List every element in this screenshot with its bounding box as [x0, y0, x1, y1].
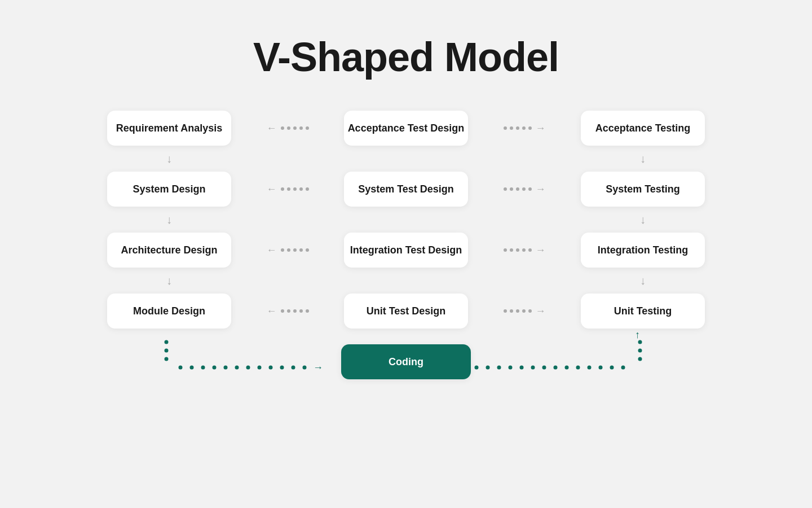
svg-point-29 [621, 366, 625, 370]
svg-point-3 [179, 366, 183, 370]
arrow-left-1: ← [267, 122, 277, 134]
svg-point-25 [576, 366, 580, 370]
down-arrow-left-1: ↓ [166, 152, 172, 165]
box-integration-testing: Integration Testing [581, 233, 705, 268]
box-integration-test-design: Integration Test Design [344, 233, 468, 268]
svg-point-14 [303, 366, 307, 370]
row-4: Module Design ← Unit Test Design → Uni [0, 291, 812, 331]
dot [281, 248, 284, 252]
svg-point-23 [554, 366, 558, 370]
dot [293, 309, 297, 313]
dot [281, 187, 284, 191]
arrow-left-3: ← [267, 244, 277, 256]
dot [306, 309, 309, 313]
row-3: Architecture Design ← Integration Test D… [0, 230, 812, 270]
dot [287, 126, 290, 130]
box-unit-testing: Unit Testing [581, 294, 705, 329]
dot [306, 187, 309, 191]
dot [504, 248, 507, 252]
connector-3-left: ← [231, 233, 344, 268]
dot [306, 126, 309, 130]
arrow-right-4: → [536, 305, 546, 317]
dot [516, 248, 519, 252]
svg-point-28 [610, 366, 614, 370]
box-architecture-design: Architecture Design [107, 233, 231, 268]
down-arrow-left-2: ↓ [166, 213, 172, 226]
svg-point-4 [190, 366, 194, 370]
down-arrow-right-3: ↓ [640, 274, 646, 287]
dot [504, 126, 507, 130]
dot [528, 248, 532, 252]
arrow-right-1: → [536, 122, 546, 134]
svg-point-9 [246, 366, 250, 370]
svg-text:↑: ↑ [635, 329, 640, 340]
dot [299, 248, 303, 252]
svg-point-18 [497, 366, 501, 370]
dot [522, 187, 526, 191]
dot [281, 126, 284, 130]
dot [516, 187, 519, 191]
svg-point-1 [165, 349, 169, 353]
connector-1-left: ← [231, 111, 344, 146]
box-module-design: Module Design [107, 294, 231, 329]
svg-point-27 [599, 366, 603, 370]
dot [504, 309, 507, 313]
left-connector-svg: → [104, 334, 341, 390]
box-system-testing: System Testing [581, 172, 705, 207]
connector-4-right: → [468, 294, 581, 329]
dot [522, 126, 526, 130]
dot [504, 187, 507, 191]
dot [287, 309, 290, 313]
right-connector-svg: ↑ [471, 334, 708, 390]
svg-point-11 [269, 366, 273, 370]
dot [299, 187, 303, 191]
box-system-design: System Design [107, 172, 231, 207]
arrow-left-4: ← [267, 305, 277, 317]
dot [281, 309, 284, 313]
connector-2-right: → [468, 172, 581, 207]
page-title: V-Shaped Model [253, 34, 559, 80]
svg-point-32 [638, 340, 642, 344]
dot [293, 126, 297, 130]
box-acceptance-testing: Acceptance Testing [581, 111, 705, 146]
dot [293, 187, 297, 191]
dot [522, 309, 526, 313]
dot [522, 248, 526, 252]
dot [306, 248, 309, 252]
dot [528, 187, 532, 191]
dot [299, 126, 303, 130]
dot [516, 126, 519, 130]
svg-point-2 [165, 357, 169, 361]
dot [528, 309, 532, 313]
svg-point-5 [201, 366, 205, 370]
dot [510, 187, 513, 191]
svg-point-22 [542, 366, 546, 370]
dot [510, 126, 513, 130]
box-system-test-design: System Test Design [344, 172, 468, 207]
box-unit-test-design: Unit Test Design [344, 294, 468, 329]
gap-2: ↓ ↓ [0, 209, 812, 230]
svg-point-12 [280, 366, 284, 370]
v-model-diagram: Requirement Analysis ← Acceptance Test D… [0, 108, 812, 393]
connector-4-left: ← [231, 294, 344, 329]
svg-point-19 [509, 366, 513, 370]
dot [516, 309, 519, 313]
connector-2-left: ← [231, 172, 344, 207]
gap-3: ↓ ↓ [0, 270, 812, 291]
svg-point-30 [638, 357, 642, 361]
svg-point-16 [475, 366, 479, 370]
box-requirement-analysis: Requirement Analysis [107, 111, 231, 146]
svg-point-24 [565, 366, 569, 370]
svg-point-21 [531, 366, 535, 370]
down-arrow-right-1: ↓ [640, 152, 646, 165]
svg-point-6 [213, 366, 217, 370]
connector-3-right: → [468, 233, 581, 268]
gap-1: ↓ ↓ [0, 148, 812, 169]
svg-point-20 [520, 366, 524, 370]
svg-point-17 [486, 366, 490, 370]
arrow-right-3: → [536, 244, 546, 256]
box-coding: Coding [341, 344, 471, 379]
svg-point-13 [292, 366, 295, 370]
dot [299, 309, 303, 313]
connector-1-right: → [468, 111, 581, 146]
